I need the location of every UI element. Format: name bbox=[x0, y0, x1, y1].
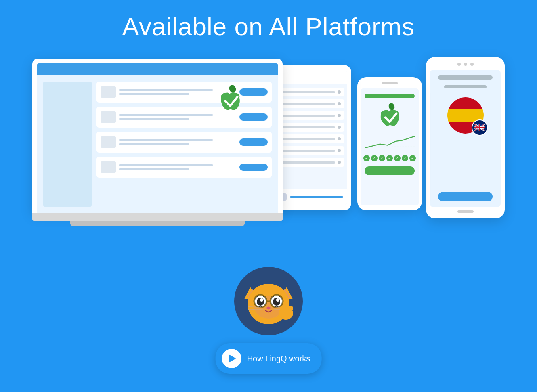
phone-screen: ‹ bbox=[275, 71, 347, 205]
list-item-text bbox=[281, 91, 335, 93]
lingq-apple-icon-small bbox=[377, 103, 403, 129]
list-item bbox=[278, 146, 344, 155]
row-line bbox=[119, 114, 213, 116]
checkmarks-row: ✓ ✓ ✓ ✓ ✓ ✓ ✓ bbox=[363, 155, 416, 161]
phone-large-device: 🇬🇧 bbox=[426, 57, 505, 218]
laptop-device bbox=[32, 59, 283, 226]
svg-point-28 bbox=[288, 306, 293, 311]
camera-dot bbox=[464, 63, 467, 66]
phone-small-screen: ✓ ✓ ✓ ✓ ✓ ✓ ✓ bbox=[361, 88, 419, 205]
phone-large-screen: 🇬🇧 bbox=[430, 70, 501, 207]
list-item bbox=[278, 111, 344, 120]
laptop-screen bbox=[37, 63, 278, 213]
row-line bbox=[119, 139, 213, 141]
row-thumbnail bbox=[101, 161, 116, 173]
svg-point-14 bbox=[273, 298, 280, 306]
check-icon: ✓ bbox=[409, 155, 416, 161]
list-item-dot bbox=[338, 149, 341, 152]
text-bar-short bbox=[444, 85, 487, 88]
row-line bbox=[119, 93, 189, 95]
action-button-green[interactable] bbox=[365, 166, 415, 175]
action-button-blue[interactable] bbox=[438, 192, 493, 201]
row-action-button[interactable] bbox=[239, 164, 268, 171]
mascot-circle bbox=[234, 267, 303, 335]
list-item-dot bbox=[338, 90, 341, 94]
phone-small-device: ✓ ✓ ✓ ✓ ✓ ✓ ✓ bbox=[357, 77, 422, 210]
row-thumbnail bbox=[101, 136, 116, 148]
svg-line-22 bbox=[248, 309, 263, 310]
flag-top-stripe bbox=[447, 97, 484, 109]
list-item bbox=[278, 88, 344, 96]
check-icon: ✓ bbox=[402, 155, 408, 161]
cat-mascot bbox=[242, 275, 295, 327]
list-item bbox=[278, 134, 344, 143]
uk-flag-overlay: 🇬🇧 bbox=[472, 119, 488, 136]
row-line bbox=[119, 89, 213, 91]
list-item bbox=[278, 158, 344, 167]
list-item-text bbox=[281, 161, 335, 164]
list-item-dot bbox=[338, 114, 341, 117]
phone-list bbox=[275, 84, 347, 170]
svg-point-0 bbox=[228, 84, 237, 94]
svg-point-20 bbox=[266, 307, 271, 310]
list-item-text bbox=[281, 126, 335, 128]
how-lingq-works-button[interactable]: How LingQ works bbox=[216, 343, 322, 374]
row-text-lines bbox=[119, 139, 236, 145]
check-icon: ✓ bbox=[371, 155, 378, 161]
check-icon: ✓ bbox=[386, 155, 393, 161]
language-flags: 🇬🇧 bbox=[447, 97, 484, 134]
row-thumbnail bbox=[101, 86, 116, 98]
phone-camera-area bbox=[430, 63, 501, 66]
uk-flag-emoji: 🇬🇧 bbox=[474, 122, 485, 133]
svg-point-1 bbox=[388, 103, 395, 111]
progress-bar-green bbox=[365, 94, 415, 98]
svg-point-16 bbox=[276, 298, 279, 302]
list-item-dot bbox=[338, 137, 341, 140]
mascot-container bbox=[234, 267, 303, 335]
page-title: Available on All Platforms bbox=[122, 12, 415, 41]
list-item-text bbox=[281, 103, 335, 105]
row-thumbnail bbox=[101, 111, 116, 123]
row-line bbox=[119, 164, 213, 166]
svg-point-15 bbox=[260, 298, 263, 302]
list-item-text bbox=[281, 150, 335, 152]
audio-player-bar bbox=[275, 189, 347, 205]
list-item-dot bbox=[338, 161, 341, 164]
camera-dot bbox=[457, 63, 461, 66]
laptop-base bbox=[32, 213, 283, 221]
laptop-foot bbox=[70, 221, 245, 226]
laptop-screen-outer bbox=[32, 59, 283, 213]
check-icon: ✓ bbox=[394, 155, 401, 161]
laptop-sidebar bbox=[43, 82, 92, 207]
list-item-text bbox=[281, 138, 335, 140]
audio-progress-bar bbox=[290, 196, 343, 198]
table-row bbox=[96, 157, 272, 178]
text-bar-long bbox=[438, 75, 493, 80]
row-text-lines bbox=[119, 164, 236, 170]
list-item-dot bbox=[338, 102, 341, 105]
row-line bbox=[119, 168, 189, 170]
play-button-circle bbox=[222, 349, 241, 368]
progress-chart bbox=[365, 134, 415, 150]
row-line bbox=[119, 143, 189, 145]
list-item bbox=[278, 99, 344, 108]
play-triangle-icon bbox=[229, 354, 236, 363]
cta-button-label: How LingQ works bbox=[247, 354, 310, 363]
laptop-top-bar bbox=[37, 63, 278, 75]
devices-section: ‹ bbox=[0, 57, 537, 226]
check-icon: ✓ bbox=[379, 155, 385, 161]
table-row bbox=[96, 132, 272, 153]
row-action-button[interactable] bbox=[239, 138, 268, 146]
lingq-apple-icon bbox=[213, 84, 245, 116]
phone-notch bbox=[382, 82, 398, 84]
row-line bbox=[119, 118, 189, 120]
svg-point-13 bbox=[257, 298, 264, 306]
list-item-dot bbox=[338, 126, 341, 129]
list-item-text bbox=[281, 115, 335, 117]
check-icon: ✓ bbox=[363, 155, 370, 161]
tablet-phone-device: ‹ bbox=[271, 65, 351, 210]
list-item bbox=[278, 123, 344, 132]
phone-home-button[interactable] bbox=[457, 210, 474, 213]
phone-nav-bar: ‹ bbox=[275, 71, 347, 84]
camera-dot bbox=[470, 63, 474, 66]
